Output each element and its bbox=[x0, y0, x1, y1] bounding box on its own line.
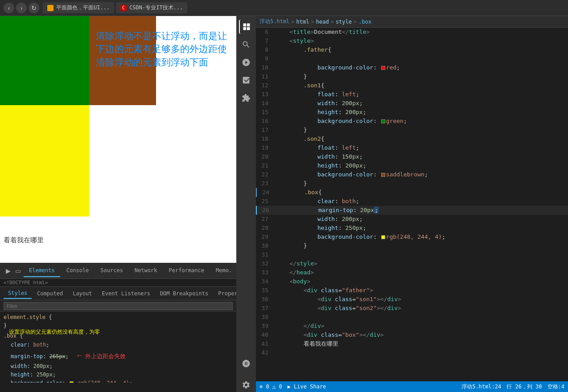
code-line-23: 23 } bbox=[256, 179, 568, 188]
code-line-20: 20 width: 150px; bbox=[256, 152, 568, 161]
tab-icon-2: C bbox=[120, 5, 127, 11]
explorer-icon[interactable] bbox=[239, 20, 253, 34]
browser-preview-area: ← 清除浮动不是不让浮动，而是让下边的元素有足够多的外边距使清除浮动的元素到浮动… bbox=[0, 16, 236, 263]
code-line-35: 35 <div class="father"> bbox=[256, 286, 568, 295]
tab-performance[interactable]: Performance bbox=[164, 265, 210, 277]
code-line-19: 19 float: left; bbox=[256, 143, 568, 152]
tab-console[interactable]: Console bbox=[61, 265, 95, 277]
search-icon[interactable] bbox=[239, 37, 253, 52]
sub-tab-styles[interactable]: Styles bbox=[4, 288, 32, 299]
sub-tab-layout[interactable]: Layout bbox=[68, 289, 96, 298]
code-line-15: 15 height: 200px; bbox=[256, 108, 568, 117]
color-swatch-yellow bbox=[70, 381, 74, 383]
browser-nav-buttons: ‹ › ↻ bbox=[4, 3, 39, 13]
remote-icon[interactable] bbox=[239, 356, 253, 371]
code-line-16: 16 background-color: green; bbox=[256, 117, 568, 126]
styles-content: element.style { } .box { clear: both; ma… bbox=[0, 311, 236, 383]
code-line-40: 40 <div class="box"></div> bbox=[256, 331, 568, 339]
breadcrumb-style[interactable]: style bbox=[336, 19, 352, 25]
code-line-18: 18 .son2{ bbox=[256, 135, 568, 143]
annotation-main: 清除浮动不是不让浮动，而是让下边的元素有足够多的外边距使清除浮动的元素到浮动下面 bbox=[96, 29, 230, 69]
status-position: 行 26，列 30 bbox=[506, 383, 542, 391]
code-line-10: 10 background-color: red; bbox=[256, 63, 568, 72]
status-live-share[interactable]: ▶ Live Share bbox=[288, 384, 326, 390]
code-line-14: 14 width: 200px; bbox=[256, 99, 568, 108]
code-line-13: 13 float: left; bbox=[256, 90, 568, 99]
code-editor[interactable]: 6 <title>Document</title> 7 <style> 8 .f… bbox=[256, 28, 568, 381]
prop-margin-top: margin-top: 265px; ← 外上边距会失效 bbox=[4, 349, 233, 362]
sub-tab-computed[interactable]: Computed bbox=[33, 289, 67, 298]
browser-tab-1[interactable]: 平面颜色，平面UI... bbox=[43, 2, 114, 13]
code-line-31: 31 bbox=[256, 250, 568, 259]
code-line-9: 9 bbox=[256, 54, 568, 63]
tab-icon-1 bbox=[47, 5, 54, 11]
filter-bar bbox=[0, 300, 236, 311]
code-line-25: 25 clear: both; bbox=[256, 197, 568, 206]
code-line-38: 38 bbox=[256, 313, 568, 322]
breadcrumb-box[interactable]: .box bbox=[358, 19, 371, 25]
code-line-29: 29 background-color: rgb(248, 244, 4); bbox=[256, 233, 568, 241]
status-spaces: 空格:4 bbox=[547, 383, 564, 391]
breadcrumb-html[interactable]: html bbox=[296, 19, 309, 25]
devtools-panel: ▶ ▭ Elements Console Sources Network Per… bbox=[0, 263, 236, 392]
tab-elements[interactable]: Elements bbox=[24, 265, 60, 277]
breadcrumb-head[interactable]: head bbox=[316, 19, 329, 25]
code-line-32: 32 </style> bbox=[256, 259, 568, 268]
vscode-editor-area: 浮动5.html > html > head > style > .box 6 … bbox=[256, 16, 568, 392]
devtools-cursor-icon[interactable]: ▶ bbox=[4, 265, 12, 276]
annotation-sub: 设置浮动的父元素仍然没有高度，为零 bbox=[9, 328, 100, 336]
element-style-open: element.style { bbox=[4, 313, 233, 322]
breadcrumb-file: 浮动5.html bbox=[259, 18, 289, 25]
box-element: ← bbox=[0, 105, 89, 216]
devtools-device-icon[interactable]: ▭ bbox=[13, 265, 22, 276]
code-line-42: 42 bbox=[256, 348, 568, 357]
annotation-margin-invalid: ← 外上边距会失效 bbox=[75, 353, 126, 359]
extensions-icon[interactable] bbox=[239, 91, 253, 105]
code-line-28: 28 height: 250px; bbox=[256, 224, 568, 233]
vscode-status-bar: ⊗ 0 △ 0 ▶ Live Share 浮动5.html:24 行 26，列 … bbox=[256, 381, 568, 392]
prop-width: width: 200px; bbox=[4, 362, 233, 371]
preview-devtools-panel: ← 清除浮动不是不让浮动，而是让下边的元素有足够多的外边距使清除浮动的元素到浮动… bbox=[0, 16, 236, 392]
git-icon[interactable] bbox=[239, 55, 253, 69]
preview-label: 看着我在哪里 bbox=[0, 234, 47, 246]
code-line-36: 36 <div class="son1"></div> bbox=[256, 295, 568, 304]
tab-sources[interactable]: Sources bbox=[95, 265, 128, 277]
back-button[interactable]: ‹ bbox=[4, 3, 14, 13]
prop-bg-color: background-color: rgb(248, 244, 4); bbox=[4, 379, 233, 383]
forward-button[interactable]: › bbox=[16, 3, 27, 13]
tab-label-1: 平面颜色，平面UI... bbox=[56, 4, 110, 12]
filter-input[interactable] bbox=[4, 302, 233, 310]
vscode-breadcrumb: 浮动5.html > html > head > style > .box bbox=[256, 16, 568, 28]
code-line-7: 7 <style> bbox=[256, 37, 568, 45]
code-line-37: 37 <div class="son2"></div> bbox=[256, 304, 568, 313]
devtools-sub-tabs: Styles Computed Layout Event Listeners D… bbox=[0, 287, 236, 300]
sub-tab-event-listeners[interactable]: Event Listeners bbox=[98, 289, 155, 298]
tab-memory[interactable]: Memo... bbox=[210, 265, 233, 277]
code-line-27: 27 width: 200px; bbox=[256, 215, 568, 224]
status-errors: ⊗ 0 △ 0 bbox=[259, 384, 282, 390]
code-line-17: 17 } bbox=[256, 126, 568, 135]
devtools-tabs-bar: ▶ ▭ Elements Console Sources Network Per… bbox=[0, 263, 236, 279]
status-filename: 浮动5.html:24 bbox=[461, 383, 501, 391]
refresh-button[interactable]: ↻ bbox=[29, 3, 39, 13]
debug-icon[interactable] bbox=[239, 73, 253, 87]
main-split: ← 清除浮动不是不让浮动，而是让下边的元素有足够多的外边距使清除浮动的元素到浮动… bbox=[0, 16, 568, 392]
code-line-24: 24 .box{ bbox=[256, 188, 568, 197]
browser-tabs: 平面颜色，平面UI... C CSDN-专业IT技术... bbox=[43, 2, 564, 13]
browser-tab-2[interactable]: C CSDN-专业IT技术... bbox=[116, 2, 187, 13]
settings-icon[interactable] bbox=[239, 378, 253, 392]
code-line-22: 22 background-color: saddlebrown; bbox=[256, 170, 568, 179]
son1-element bbox=[0, 16, 89, 105]
code-line-33: 33 </head> bbox=[256, 268, 568, 277]
prop-height: height: 250px; bbox=[4, 371, 233, 379]
tab-label-2: CSDN-专业IT技术... bbox=[129, 4, 183, 12]
code-line-39: 39 </div> bbox=[256, 322, 568, 331]
tab-network[interactable]: Network bbox=[129, 265, 163, 277]
sub-tab-dom-breakpoints[interactable]: DOM Breakpoints bbox=[156, 289, 213, 298]
code-line-41: 41 看着我在哪里 bbox=[256, 339, 568, 348]
code-line-11: 11 } bbox=[256, 72, 568, 81]
code-line-26: 26 margin-top: 20px; bbox=[256, 206, 568, 215]
code-line-34: 34 <body> bbox=[256, 277, 568, 286]
code-line-30: 30 } bbox=[256, 241, 568, 250]
code-line-12: 12 .son1{ bbox=[256, 81, 568, 90]
